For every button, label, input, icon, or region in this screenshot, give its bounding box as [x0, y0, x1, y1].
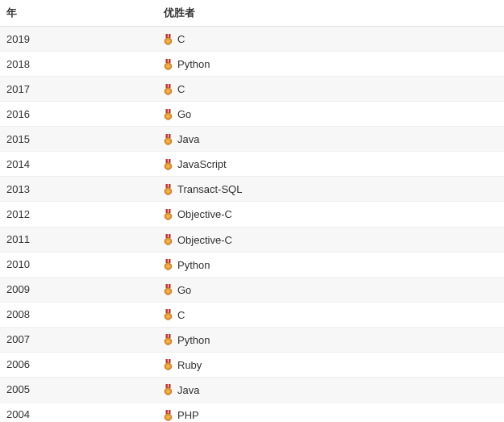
medal-icon — [164, 384, 173, 395]
svg-point-35 — [166, 240, 170, 244]
cell-year: 2018 — [0, 52, 157, 77]
table-row: 2004 PHP — [0, 402, 504, 422]
cell-winner: Go — [157, 102, 504, 127]
table-row: 2006 Ruby — [0, 352, 504, 377]
svg-rect-49 — [169, 334, 171, 338]
winner-name: C — [177, 33, 185, 45]
winner-name: Java — [177, 133, 199, 145]
table-row: 2007 Python — [0, 327, 504, 352]
winner-name: Objective-C — [177, 209, 232, 221]
svg-point-63 — [166, 415, 170, 419]
svg-rect-40 — [166, 284, 169, 288]
cell-winner: Go — [157, 277, 504, 302]
table-row: 2010 Python — [0, 252, 504, 277]
cell-year: 2019 — [0, 27, 157, 52]
cell-winner: Java — [157, 127, 504, 152]
cell-winner: Objective-C — [157, 202, 504, 227]
cell-year: 2005 — [0, 377, 157, 402]
cell-winner: PHP — [157, 402, 504, 422]
table-row: 2008 C — [0, 302, 504, 327]
svg-point-51 — [166, 340, 170, 344]
svg-rect-12 — [166, 109, 169, 113]
svg-rect-17 — [169, 134, 171, 138]
winner-name: Python — [177, 259, 210, 271]
medal-icon — [164, 309, 173, 320]
cell-winner: C — [157, 77, 504, 102]
svg-rect-52 — [166, 359, 169, 363]
svg-rect-24 — [166, 184, 169, 188]
cell-winner: JavaScript — [157, 152, 504, 177]
medal-icon — [164, 410, 173, 421]
cell-winner: Ruby — [157, 352, 504, 377]
table-row: 2013 Transact-SQL — [0, 177, 504, 202]
winner-name: Python — [177, 58, 210, 70]
table-header-row: 年 优胜者 — [0, 0, 504, 27]
medal-icon — [164, 284, 173, 295]
svg-rect-25 — [169, 184, 171, 188]
winner-name: Go — [177, 284, 191, 296]
svg-rect-53 — [169, 359, 171, 363]
svg-rect-56 — [166, 384, 169, 388]
winner-name: Ruby — [177, 359, 202, 371]
svg-point-39 — [166, 265, 170, 269]
cell-year: 2006 — [0, 352, 157, 377]
svg-rect-29 — [169, 209, 171, 213]
medal-icon — [164, 259, 173, 270]
cell-year: 2014 — [0, 152, 157, 177]
svg-point-3 — [166, 39, 170, 43]
medal-icon — [164, 84, 173, 95]
cell-winner: Python — [157, 252, 504, 277]
svg-point-31 — [166, 215, 170, 219]
svg-point-43 — [166, 290, 170, 294]
winner-name: Transact-SQL — [177, 183, 242, 195]
svg-point-27 — [166, 190, 170, 194]
cell-year: 2016 — [0, 102, 157, 127]
svg-rect-8 — [166, 84, 169, 88]
medal-icon — [164, 59, 173, 70]
medal-icon — [164, 184, 173, 195]
table-row: 2005 Java — [0, 377, 504, 402]
cell-year: 2004 — [0, 402, 157, 422]
svg-rect-28 — [166, 209, 169, 213]
svg-point-55 — [166, 365, 170, 369]
table-row: 2014 JavaScript — [0, 152, 504, 177]
svg-point-19 — [166, 140, 170, 144]
table-row: 2015 Java — [0, 127, 504, 152]
cell-year: 2012 — [0, 202, 157, 227]
svg-rect-16 — [166, 134, 169, 138]
medal-icon — [164, 234, 173, 245]
svg-rect-20 — [166, 159, 169, 163]
medal-icon — [164, 359, 173, 370]
cell-winner: Python — [157, 327, 504, 352]
winner-name: JavaScript — [177, 158, 227, 170]
cell-year: 2015 — [0, 127, 157, 152]
svg-rect-1 — [169, 34, 171, 38]
cell-winner: Python — [157, 52, 504, 77]
svg-rect-4 — [166, 59, 169, 63]
svg-rect-48 — [166, 334, 169, 338]
cell-year: 2017 — [0, 77, 157, 102]
cell-winner: Transact-SQL — [157, 177, 504, 202]
winner-name: Python — [177, 334, 210, 346]
cell-winner: C — [157, 302, 504, 327]
table-row: 2011 Objective-C — [0, 227, 504, 252]
medal-icon — [164, 34, 173, 45]
table-row: 2019 C — [0, 27, 504, 52]
svg-rect-0 — [166, 34, 169, 38]
medal-icon — [164, 159, 173, 170]
svg-rect-61 — [169, 410, 171, 414]
winner-name: Objective-C — [177, 234, 232, 246]
winner-name: C — [177, 309, 185, 321]
svg-rect-45 — [169, 309, 171, 313]
medal-icon — [164, 109, 173, 120]
table-row: 2018 Python — [0, 52, 504, 77]
svg-point-59 — [166, 390, 170, 394]
cell-year: 2008 — [0, 302, 157, 327]
table-row: 2016 Go — [0, 102, 504, 127]
svg-rect-33 — [169, 234, 171, 238]
medal-icon — [164, 334, 173, 345]
cell-winner: C — [157, 27, 504, 52]
svg-point-47 — [166, 315, 170, 319]
svg-point-15 — [166, 114, 170, 118]
table-row: 2009 Go — [0, 277, 504, 302]
